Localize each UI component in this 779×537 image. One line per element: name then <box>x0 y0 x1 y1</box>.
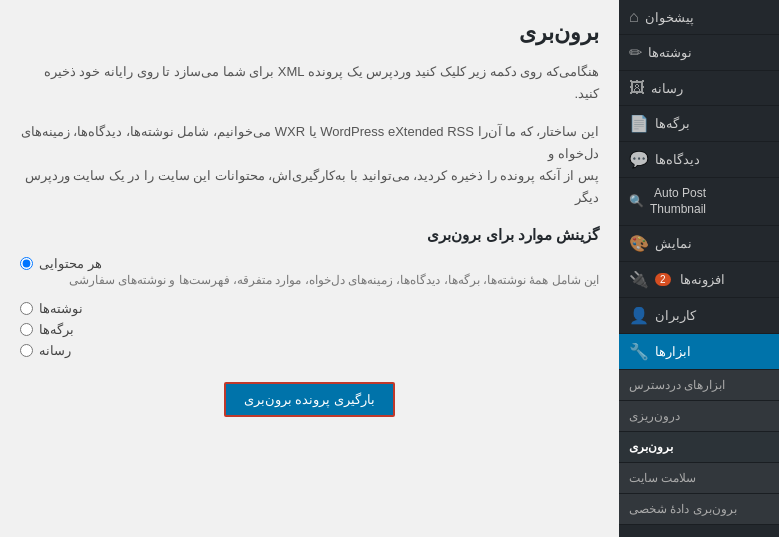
sidebar-item-plugins[interactable]: افزونه‌ها 2 🔌 <box>619 262 779 298</box>
sub-radio-options: نوشته‌ها برگه‌ها رسانه <box>20 301 599 358</box>
sidebar-item-label: رسانه <box>651 81 683 96</box>
sidebar-item-dashboard[interactable]: پیشخوان ⌂ <box>619 0 779 35</box>
sidebar-subitem-label: سلامت سایت <box>629 471 696 485</box>
radio-option-pages[interactable]: برگه‌ها <box>20 322 599 337</box>
appearance-icon: 🎨 <box>629 234 649 253</box>
sidebar-item-apt[interactable]: Auto PostThumbnail 🔍 <box>619 178 779 226</box>
pages-icon: 📄 <box>629 114 649 133</box>
radio-all-content: هر محتوایی این شامل همهٔ نوشته‌ها، برگه‌… <box>20 256 599 287</box>
radio-pages-input[interactable] <box>20 323 33 336</box>
description-1: هنگامی‌که روی دکمه زیر کلیک کنید وردپرس … <box>20 61 599 105</box>
sidebar-subitem-personal-data[interactable]: برون‌بری دادهٔ شخصی <box>619 494 779 525</box>
radio-all-description: این شامل همهٔ نوشته‌ها، برگه‌ها، دیدگاه‌… <box>20 273 599 287</box>
page-title: برون‌بری <box>20 20 599 46</box>
radio-option-media[interactable]: رسانه <box>20 343 599 358</box>
download-export-button[interactable]: بارگیری پرونده برون‌بری <box>224 382 395 417</box>
users-icon: 👤 <box>629 306 649 325</box>
radio-posts-label: نوشته‌ها <box>39 301 83 316</box>
sidebar-subitem-import[interactable]: برون‌بری <box>619 432 779 463</box>
sidebar-item-appearance[interactable]: نمایش 🎨 <box>619 226 779 262</box>
description-2: این ساختار، که ما آن‌را WordPress eXtend… <box>20 121 599 209</box>
sidebar-item-label: افزونه‌ها <box>680 272 725 287</box>
sidebar-subitem-label: درون‌ریزی <box>629 409 680 423</box>
plugins-icon: 🔌 <box>629 270 649 289</box>
sidebar-item-pages[interactable]: برگه‌ها 📄 <box>619 106 779 142</box>
sidebar-subitem-label: برون‌بری دادهٔ شخصی <box>629 502 737 516</box>
section-title: گزینش موارد برای برون‌بری <box>20 226 599 244</box>
sidebar-item-posts[interactable]: نوشته‌ها ✏ <box>619 35 779 71</box>
radio-option-posts[interactable]: نوشته‌ها <box>20 301 599 316</box>
sidebar-item-label: نمایش <box>655 236 692 251</box>
radio-media-label: رسانه <box>39 343 71 358</box>
comments-icon: 💬 <box>629 150 649 169</box>
sidebar-subitem-label: برون‌بری <box>629 440 673 454</box>
sidebar: پیشخوان ⌂ نوشته‌ها ✏ رسانه 🖼 برگه‌ها 📄 د… <box>619 0 779 537</box>
plugins-badge: 2 <box>655 273 671 286</box>
radio-option-all[interactable]: هر محتوایی <box>20 256 599 271</box>
sidebar-item-tools[interactable]: ابزارها 🔧 <box>619 334 779 370</box>
radio-all-input[interactable] <box>20 257 33 270</box>
posts-icon: ✏ <box>629 43 642 62</box>
sidebar-subitem-label: ابزارهای دردسترس <box>629 378 725 392</box>
sidebar-item-label: پیشخوان <box>645 10 694 25</box>
radio-pages-label: برگه‌ها <box>39 322 74 337</box>
media-icon: 🖼 <box>629 79 645 97</box>
radio-posts-input[interactable] <box>20 302 33 315</box>
sidebar-item-users[interactable]: کاربران 👤 <box>619 298 779 334</box>
sidebar-item-label: برگه‌ها <box>655 116 690 131</box>
dashboard-icon: ⌂ <box>629 8 639 26</box>
radio-all-label: هر محتوایی <box>39 256 102 271</box>
sidebar-item-media[interactable]: رسانه 🖼 <box>619 71 779 106</box>
sidebar-subitem-available-tools[interactable]: ابزارهای دردسترس <box>619 370 779 401</box>
sidebar-subitem-site-health[interactable]: سلامت سایت <box>619 463 779 494</box>
apt-label: Auto PostThumbnail <box>650 186 706 217</box>
tools-icon: 🔧 <box>629 342 649 361</box>
radio-media-input[interactable] <box>20 344 33 357</box>
sidebar-subitem-export[interactable]: درون‌ریزی <box>619 401 779 432</box>
apt-icon: 🔍 <box>629 194 644 210</box>
sidebar-item-label: دیدگاه‌ها <box>655 152 700 167</box>
button-container: بارگیری پرونده برون‌بری <box>20 372 599 417</box>
sidebar-item-label: نوشته‌ها <box>648 45 692 60</box>
sidebar-item-label: کاربران <box>655 308 696 323</box>
main-content: برون‌بری هنگامی‌که روی دکمه زیر کلیک کنی… <box>0 0 619 537</box>
sidebar-item-label: ابزارها <box>655 344 691 359</box>
sidebar-item-comments[interactable]: دیدگاه‌ها 💬 <box>619 142 779 178</box>
